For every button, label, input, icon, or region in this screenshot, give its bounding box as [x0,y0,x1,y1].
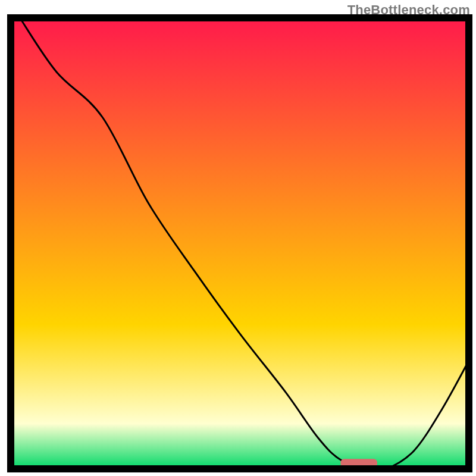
watermark-text: TheBottleneck.com [347,2,470,18]
bottleneck-chart [0,0,476,476]
plot-background [11,18,469,469]
chart-container: TheBottleneck.com [0,0,476,476]
